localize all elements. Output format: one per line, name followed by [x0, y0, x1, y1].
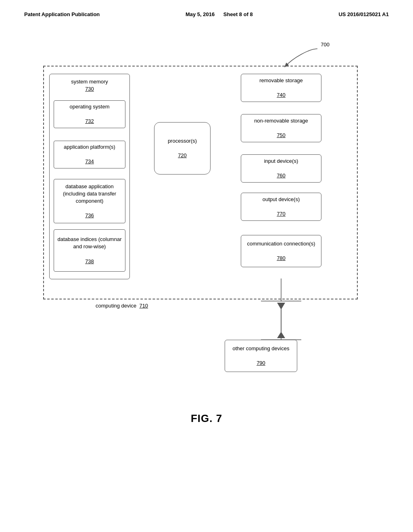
inner-box-os: operating system 732 [54, 100, 125, 128]
fig-label: FIG. 7 [0, 412, 413, 425]
processor-box: processor(s) 720 [154, 122, 211, 175]
removable-num: 740 [277, 91, 286, 99]
right-box-output: output device(s) 770 [241, 193, 321, 221]
system-memory-label: system memory [71, 79, 108, 85]
comm-label: communication connection(s) [247, 240, 315, 247]
db-indices-label: database indices (columnar and row-wise) [56, 236, 123, 250]
svg-marker-4 [277, 303, 285, 310]
os-num: 732 [85, 118, 94, 125]
header-center: May 5, 2016 Sheet 8 of 8 [186, 11, 253, 17]
right-box-input: input device(s) 760 [241, 154, 321, 183]
app-platform-num: 734 [85, 158, 94, 165]
system-memory-box: system memory 730 operating system 732 a… [49, 74, 130, 279]
output-label: output device(s) [263, 196, 300, 203]
input-label: input device(s) [264, 158, 298, 165]
right-box-removable: removable storage 740 [241, 74, 321, 102]
inner-box-app-platform: application platform(s) 734 [54, 141, 125, 168]
input-num: 760 [277, 172, 286, 179]
other-devices-num: 790 [257, 360, 265, 367]
svg-marker-5 [277, 332, 285, 338]
removable-label: removable storage [259, 77, 303, 84]
right-box-comm: communication connection(s) 780 [241, 235, 321, 267]
non-removable-label: non-removable storage [254, 117, 308, 125]
other-devices-box: other computing devices 790 [225, 340, 297, 372]
db-indices-num: 738 [85, 258, 94, 265]
right-box-non-removable: non-removable storage 750 [241, 114, 321, 142]
system-memory-num: 730 [85, 86, 94, 92]
comm-num: 780 [277, 255, 286, 262]
computing-device-num: 710 [139, 303, 148, 309]
processor-label: processor(s) [168, 137, 197, 145]
inner-box-db-app: database application (including data tra… [54, 179, 125, 223]
non-removable-num: 750 [277, 132, 286, 139]
db-app-label: database application (including data tra… [56, 183, 123, 205]
processor-num: 720 [178, 152, 187, 159]
db-app-num: 736 [85, 212, 94, 219]
os-label: operating system [70, 103, 110, 110]
computing-device-text: computing device [96, 303, 136, 309]
diagram-area: 700 system memory 730 [35, 42, 378, 404]
app-platform-label: application platform(s) [64, 143, 115, 151]
header-right: US 2016/0125021 A1 [338, 11, 389, 17]
inner-box-db-indices: database indices (columnar and row-wise)… [54, 229, 125, 272]
output-num: 770 [277, 210, 286, 218]
header-sheet: Sheet 8 of 8 [223, 11, 253, 17]
page-header: Patent Application Publication May 5, 20… [0, 0, 413, 17]
other-devices-label: other computing devices [233, 345, 290, 352]
header-date: May 5, 2016 [186, 11, 215, 17]
computing-device-label: computing device 710 [96, 303, 148, 309]
label-700: 700 [321, 42, 330, 48]
header-left: Patent Application Publication [24, 11, 100, 17]
